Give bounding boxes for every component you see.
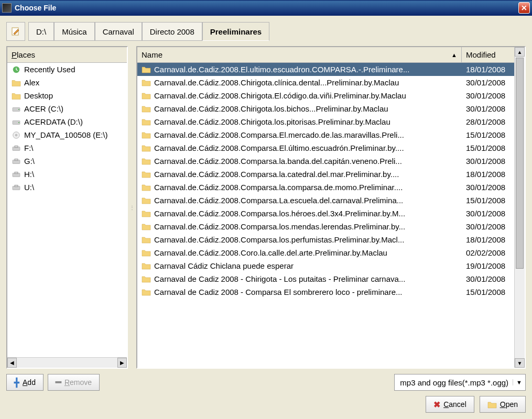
column-name[interactable]: Name ▲ xyxy=(137,47,462,62)
places-hscroll[interactable]: ◀ ▶ xyxy=(7,357,127,368)
title-bar: Choose File ✕ xyxy=(0,0,532,16)
file-name: Carnaval de Cadiz 2008 - Comparsa El som… xyxy=(154,288,403,296)
files-panel: Name ▲ Modified Carnaval.de.Cadiz.2008.E… xyxy=(136,46,526,369)
breadcrumb-preeliminares[interactable]: Preeliminares xyxy=(202,22,269,41)
vscroll-up[interactable]: ▲ xyxy=(515,47,525,57)
column-modified[interactable]: Modified xyxy=(462,47,514,62)
breadcrumb-directo2008[interactable]: Directo 2008 xyxy=(142,22,202,41)
file-row[interactable]: Carnaval de Cadiz 2008 - Comparsa El som… xyxy=(137,285,514,299)
svg-point-3 xyxy=(18,109,19,110)
file-row[interactable]: Carnaval.de.Cádiz.2008.Chirigota.El.códi… xyxy=(137,89,514,102)
file-row[interactable]: Carnaval.de.Cádiz.2008.Comparsa.El.merca… xyxy=(137,128,514,141)
place-alex[interactable]: Alex xyxy=(7,76,127,89)
svg-rect-11 xyxy=(15,159,18,160)
place-f[interactable]: F:\ xyxy=(7,141,127,155)
file-row[interactable]: Carnaval.de.Cádiz.2008.Comparsa.los.perf… xyxy=(137,233,514,246)
file-row[interactable]: Carnaval Cádiz Chiclana puede esperar19/… xyxy=(137,259,514,272)
edit-path-button[interactable] xyxy=(6,22,25,41)
places-header[interactable]: Places xyxy=(7,47,127,63)
breadcrumb-msica[interactable]: Música xyxy=(54,22,95,41)
file-row[interactable]: Carnaval.de.Cádiz.2008.Comparsa.la.banda… xyxy=(137,155,514,168)
svg-rect-13 xyxy=(15,172,18,173)
file-modified: 19/01/2008 xyxy=(462,259,514,272)
add-button[interactable]: ╋Add xyxy=(6,374,44,391)
minus-icon: ━ xyxy=(56,377,61,388)
hscroll-track[interactable] xyxy=(17,358,117,368)
file-row[interactable]: Carnaval.de.Cádiz.2008.Comparsa.los.héro… xyxy=(137,207,514,220)
vscroll-thumb[interactable] xyxy=(516,58,524,269)
file-row[interactable]: Carnaval.de.Cádiz.2008.Comparsa.la.cated… xyxy=(137,168,514,181)
file-modified: 02/02/2008 xyxy=(462,246,514,259)
place-u[interactable]: U:\ xyxy=(7,181,127,194)
file-row[interactable]: Carnaval.de.Cádiz.2008.Chirigota.los.pit… xyxy=(137,115,514,128)
cancel-button[interactable]: ✖Cancel xyxy=(426,396,474,413)
files-vscroll[interactable]: ▲ ▼ xyxy=(514,47,525,368)
file-modified: 30/01/2008 xyxy=(462,220,514,233)
window-title: Choose File xyxy=(15,4,518,12)
file-name: Carnaval Cádiz Chiclana puede esperar xyxy=(154,261,294,270)
file-name: Carnaval.de.Cádiz.2008.Comparsa.los.perf… xyxy=(154,235,404,244)
file-name: Carnaval.de.Cádiz.2008.Comparsa.los.mend… xyxy=(154,222,405,231)
file-row[interactable]: Carnaval.de.Cádiz.2008.Coro.la.calle.del… xyxy=(137,246,514,259)
file-row[interactable]: Carnaval.de.Cádiz.2008.Comparsa.La.escue… xyxy=(137,194,514,207)
file-row[interactable]: Carnaval.de.Cádiz.2008.Chirigota.los.bic… xyxy=(137,102,514,115)
place-g[interactable]: G:\ xyxy=(7,155,127,168)
place-label: Recently Used xyxy=(24,65,75,74)
file-row[interactable]: Carnaval.de.Cádiz.2008.Chirigota.clínica… xyxy=(137,76,514,89)
file-modified: 30/01/2008 xyxy=(462,76,514,89)
hscroll-left[interactable]: ◀ xyxy=(7,358,17,368)
close-button[interactable]: ✕ xyxy=(518,2,530,14)
place-label: ACER (C:\) xyxy=(24,104,63,113)
place-h[interactable]: H:\ xyxy=(7,168,127,181)
place-desktop[interactable]: Desktop xyxy=(7,89,127,102)
place-label: ACERDATA (D:\) xyxy=(24,117,83,126)
file-row[interactable]: Carnaval.de.Cádiz.2008.Comparsa.los.mend… xyxy=(137,220,514,233)
place-mydata100508e[interactable]: MY_DATA_100508 (E:\) xyxy=(7,128,127,141)
file-modified: 30/01/2008 xyxy=(462,272,514,285)
file-modified: 15/01/2008 xyxy=(462,128,514,141)
place-label: H:\ xyxy=(24,170,34,179)
open-folder-icon xyxy=(487,401,497,409)
open-button[interactable]: Open xyxy=(480,396,526,413)
hscroll-right[interactable]: ▶ xyxy=(117,358,127,368)
file-name: Carnaval.de.Cádiz.2008.Comparsa.la.cated… xyxy=(154,170,399,179)
file-row[interactable]: Carnaval de Cadiz 2008 - Chirigota - Los… xyxy=(137,272,514,285)
file-name: Carnaval.de.Cádiz.2008.Coro.la.calle.del… xyxy=(154,248,387,257)
file-modified: 30/01/2008 xyxy=(462,155,514,168)
file-name: Carnaval.de.Cádiz.2008.Comparsa.El.merca… xyxy=(154,130,404,139)
file-name: Carnaval.de.Cádiz.2008.Comparsa.los.héro… xyxy=(154,209,405,218)
place-label: MY_DATA_100508 (E:\) xyxy=(24,130,108,139)
breadcrumb-d[interactable]: D:\ xyxy=(28,22,54,41)
app-icon xyxy=(2,3,12,13)
remove-button[interactable]: ━Remove xyxy=(48,374,100,391)
svg-point-5 xyxy=(18,122,19,123)
file-name: Carnaval.de.Cádiz.2008.Comparsa.El.últim… xyxy=(154,144,404,152)
file-name: Carnaval de Cadiz 2008 - Chirigota - Los… xyxy=(154,274,405,283)
file-name: Carnaval.de.Cádiz.2008.Chirigota.clínica… xyxy=(154,78,399,87)
file-row[interactable]: Carnaval.de.Cadiz.2008.El.ultimo.escuadr… xyxy=(137,63,514,76)
place-recentlyused[interactable]: Recently Used xyxy=(7,63,127,76)
file-modified: 15/01/2008 xyxy=(462,194,514,207)
file-name: Carnaval.de.Cadiz.2008.El.ultimo.escuadr… xyxy=(154,65,409,74)
file-row[interactable]: Carnaval.de.Cádiz.2008.Comparsa.la.compa… xyxy=(137,181,514,194)
file-name: Carnaval.de.Cádiz.2008.Comparsa.La.escue… xyxy=(154,196,403,205)
place-label: F:\ xyxy=(24,144,34,152)
vscroll-down[interactable]: ▼ xyxy=(515,358,525,368)
sort-asc-icon: ▲ xyxy=(451,52,457,58)
file-modified: 30/01/2008 xyxy=(462,102,514,115)
file-row[interactable]: Carnaval.de.Cádiz.2008.Comparsa.El.últim… xyxy=(137,141,514,155)
file-type-filter[interactable]: mp3 and ogg files(*.mp3 *.ogg) ▼ xyxy=(394,374,526,391)
breadcrumb-carnaval[interactable]: Carnaval xyxy=(95,22,142,41)
file-modified: 30/01/2008 xyxy=(462,89,514,102)
place-acerc[interactable]: ACER (C:\) xyxy=(7,102,127,115)
breadcrumb: D:\MúsicaCarnavalDirecto 2008Preeliminar… xyxy=(6,22,526,41)
split-handle[interactable]: ⋮ xyxy=(130,46,134,369)
file-name: Carnaval.de.Cádiz.2008.Chirigota.El.códi… xyxy=(154,91,406,100)
place-label: Alex xyxy=(24,78,39,87)
svg-rect-15 xyxy=(15,185,18,186)
cancel-icon: ✖ xyxy=(433,400,440,410)
svg-point-7 xyxy=(15,134,17,136)
vscroll-track[interactable] xyxy=(515,57,525,358)
file-name: Carnaval.de.Cádiz.2008.Comparsa.la.banda… xyxy=(154,157,402,166)
place-acerdatad[interactable]: ACERDATA (D:\) xyxy=(7,115,127,128)
